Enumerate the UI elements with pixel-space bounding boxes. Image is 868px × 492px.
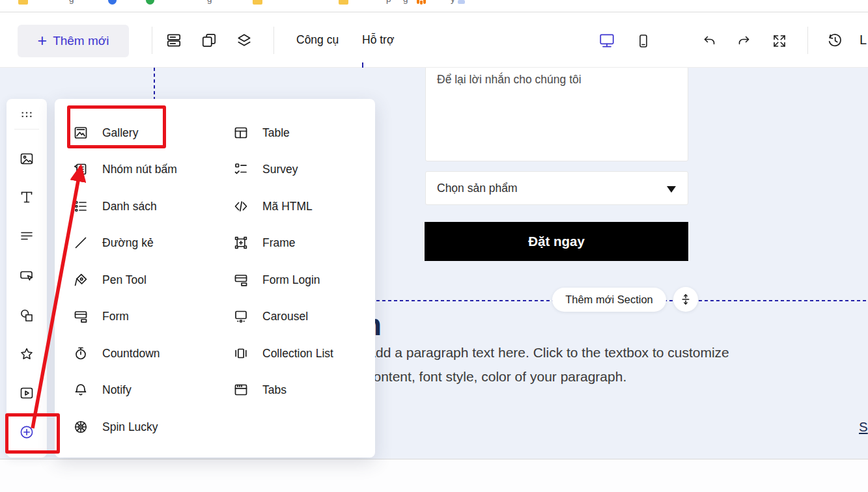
guide-dash: [362, 62, 363, 68]
divider: [807, 27, 808, 54]
browser-bookmarks-strip: g g p g y: [0, 0, 868, 12]
editor-toolbar: + Thêm mới Công cụ Hỗ trợ L: [0, 12, 868, 68]
order-now-button[interactable]: Đặt ngay: [425, 222, 688, 261]
flyout-item-pen-tool[interactable]: Pen Tool: [73, 269, 147, 290]
mobile-icon[interactable]: [636, 33, 651, 49]
form-login-icon: [233, 272, 249, 288]
next-page-section: [0, 459, 868, 492]
paragraph-line[interactable]: content, font style, color of your parag…: [367, 369, 822, 385]
flyout-item-form[interactable]: Form: [73, 306, 129, 327]
divider: [14, 129, 39, 130]
paragraph-line[interactable]: Add a paragraph text here. Click to the …: [367, 345, 822, 361]
divider: [273, 27, 274, 54]
add-section-label: Thêm mới Section: [565, 294, 653, 306]
flyout-item-notify[interactable]: Notify: [73, 379, 132, 400]
save-button-fragment[interactable]: L: [860, 33, 867, 48]
flyout-item-carousel[interactable]: Carousel: [233, 306, 308, 327]
add-section-button[interactable]: Thêm mới Section: [552, 288, 666, 312]
message-placeholder: Để lại lời nhắn cho chúng tôi: [437, 73, 581, 86]
resize-vertical-icon: [680, 294, 692, 305]
plus-icon: +: [38, 33, 48, 49]
duplicate-icon[interactable]: [201, 32, 217, 49]
video-icon[interactable]: [19, 385, 35, 401]
page-builder-app: g g p g y + Thêm mới Công cụ Hỗ trợ: [0, 0, 868, 492]
redo-icon[interactable]: [736, 33, 752, 49]
paragraph-icon[interactable]: [19, 228, 35, 244]
flyout-item-list[interactable]: Danh sách: [73, 196, 157, 217]
add-element-icon[interactable]: [19, 424, 35, 440]
design-canvas: Để lại lời nhắn cho chúng tôi Chọn sản p…: [0, 68, 868, 492]
survey-icon: [233, 161, 249, 177]
flyout-item-line[interactable]: Đường kẻ: [73, 232, 154, 253]
button-icon[interactable]: [19, 268, 35, 284]
folder-icon: [253, 0, 262, 5]
table-icon: [233, 125, 249, 141]
bookmark-letter: g: [403, 0, 411, 4]
flyout-item-collection-list[interactable]: Collection List: [233, 343, 333, 364]
product-select-placeholder: Chọn sản phẩm: [437, 182, 518, 195]
star-icon[interactable]: [19, 346, 35, 362]
list-icon: [73, 198, 89, 214]
collection-list-icon: [233, 346, 249, 361]
carousel-icon: [233, 308, 249, 324]
folder-icon: [339, 0, 348, 5]
caret-down-icon: [667, 186, 676, 193]
globe-icon: [108, 0, 117, 5]
flyout-item-button-group[interactable]: Nhóm nút bấm: [73, 159, 177, 180]
spin-lucky-icon: [73, 419, 89, 435]
message-textarea[interactable]: Để lại lời nhắn cho chúng tôi: [425, 68, 688, 161]
line-icon: [73, 235, 89, 251]
folder-icon: [18, 0, 28, 5]
link-fragment[interactable]: S: [859, 419, 868, 435]
flyout-item-tabs[interactable]: Tabs: [233, 379, 287, 400]
history-icon[interactable]: [826, 32, 843, 49]
flyout-item-spin-lucky[interactable]: Spin Lucky: [73, 417, 158, 437]
tabs-icon: [233, 382, 249, 398]
menu-support[interactable]: Hỗ trợ: [362, 33, 394, 47]
divider: [152, 27, 152, 54]
dots-icon: [417, 0, 426, 5]
product-select[interactable]: Chọn sản phẩm: [425, 171, 688, 205]
notify-icon: [73, 382, 89, 398]
bookmark-letter: p: [386, 0, 394, 4]
add-new-button[interactable]: + Thêm mới: [18, 25, 129, 57]
bookmark-letter: g: [69, 0, 77, 4]
flyout-item-gallery[interactable]: Gallery: [73, 122, 138, 143]
desktop-icon[interactable]: [598, 32, 615, 49]
drag-handle-icon[interactable]: [19, 107, 35, 122]
html-icon: [233, 198, 249, 214]
section-resize-button[interactable]: [673, 287, 698, 312]
chip-icon: [458, 0, 465, 4]
menu-tools[interactable]: Công cụ: [296, 33, 339, 47]
bookmark-letter: g: [207, 0, 215, 4]
element-flyout-menu: Gallery Nhóm nút bấm Danh sách Đường kẻ …: [55, 99, 375, 458]
gallery-icon: [73, 125, 89, 141]
flyout-item-survey[interactable]: Survey: [233, 159, 298, 180]
button-group-icon: [73, 161, 89, 177]
flyout-item-html[interactable]: Mã HTML: [233, 196, 313, 217]
flyout-item-countdown[interactable]: Countdown: [73, 343, 160, 364]
pen-tool-icon: [73, 272, 89, 288]
text-icon[interactable]: [19, 189, 35, 205]
shapes-icon[interactable]: [19, 308, 35, 323]
image-icon[interactable]: [19, 151, 35, 167]
frame-icon: [233, 235, 249, 251]
form-icon: [73, 308, 89, 324]
undo-icon[interactable]: [701, 33, 717, 49]
circle-icon: [146, 0, 154, 5]
element-sidebar: [7, 99, 47, 458]
expand-icon[interactable]: [772, 33, 787, 49]
flyout-item-form-login[interactable]: Form Login: [233, 269, 320, 290]
add-new-label: Thêm mới: [53, 34, 109, 48]
countdown-icon: [73, 346, 89, 361]
layers-icon[interactable]: [236, 32, 253, 49]
flyout-item-table[interactable]: Table: [233, 122, 290, 143]
flyout-item-frame[interactable]: Frame: [233, 232, 296, 253]
sections-icon[interactable]: [165, 32, 182, 49]
